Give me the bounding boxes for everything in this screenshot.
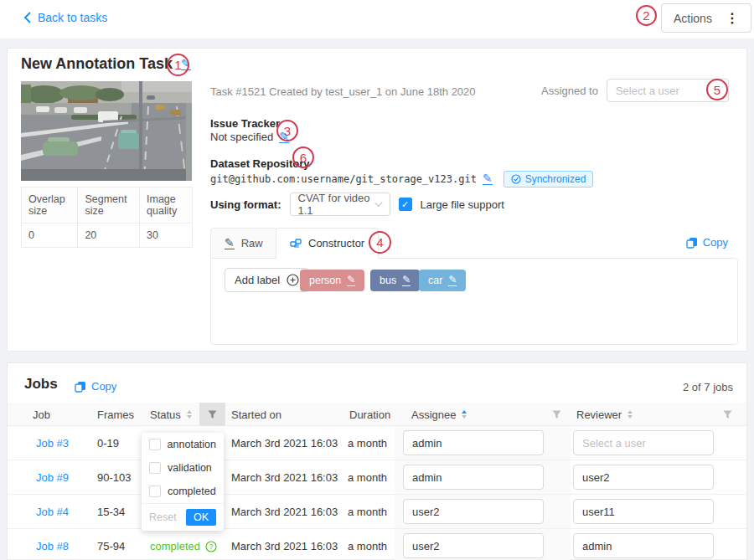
assigned-to-label: Assigned to (541, 85, 598, 97)
format-select[interactable]: CVAT for video 1.1 (290, 193, 390, 216)
job-link[interactable]: Job #3 (36, 426, 69, 460)
annotation-marker-3: 3 (276, 120, 298, 141)
tab-constructor-label: Constructor (308, 237, 364, 249)
filter-reset-button[interactable]: Reset (149, 511, 177, 523)
filter-option-label: completed (168, 486, 216, 497)
param-header-quality: Image quality (140, 188, 193, 223)
using-format-row: Using format: CVAT for video 1.1 ✓ Large… (210, 193, 504, 216)
reviewer-input[interactable] (573, 533, 714, 558)
jobs-table-header: Job Frames Status Started on Duration As… (8, 403, 746, 426)
duration-cell: a month (348, 426, 387, 460)
col-status-label: Status (150, 408, 181, 421)
reviewer-filter-button[interactable] (723, 403, 732, 426)
table-row: Job #8 75-94 completed ? March 3rd 2021 … (8, 529, 746, 560)
question-circle-icon[interactable]: ? (205, 541, 217, 552)
assignee-filter-button[interactable] (552, 403, 561, 426)
duration-cell: a month (348, 495, 387, 529)
filter-funnel-icon (552, 410, 561, 419)
job-link[interactable]: Job #9 (36, 460, 69, 495)
labels-constructor-panel: Add label person ✎ bus ✎ car ✎ (210, 258, 738, 345)
status-text: completed (150, 540, 200, 552)
duration-cell: a month (348, 460, 387, 495)
reviewer-input[interactable] (573, 430, 714, 455)
sync-badge-label: Synchronized (525, 173, 586, 185)
checkbox-icon[interactable] (149, 439, 161, 450)
assignee-input[interactable] (403, 465, 544, 490)
tab-raw-label: Raw (241, 237, 263, 249)
filter-option-validation[interactable]: validation (142, 456, 224, 480)
label-chip-person[interactable]: person ✎ (300, 270, 364, 291)
checkbox-icon[interactable] (149, 462, 161, 474)
annotation-marker-2: 2 (636, 5, 657, 26)
annotation-marker-5: 5 (706, 79, 728, 100)
page-title: New Annotation Task ✎ (21, 55, 191, 73)
tab-raw[interactable]: ✎ Raw (210, 228, 277, 259)
edit-repo-icon[interactable]: ✎ (483, 173, 493, 185)
back-to-tasks-link[interactable]: Back to tasks (23, 11, 107, 24)
annotation-marker-4: 4 (369, 231, 391, 254)
check-circle-icon (511, 174, 521, 184)
started-cell: March 3rd 2021 16:03 (231, 495, 338, 529)
reviewer-input[interactable] (573, 465, 714, 490)
dataset-repo-url[interactable]: git@github.com:username/git_storage_v123… (210, 173, 477, 185)
annotation-marker-6: 6 (292, 146, 314, 168)
started-cell: March 3rd 2021 16:03 (231, 426, 338, 460)
label-chip-car[interactable]: car ✎ (419, 270, 466, 291)
filter-footer: Reset OK (142, 503, 224, 531)
frames-cell: 90-103 (97, 460, 131, 495)
col-reviewer-sort[interactable]: Reviewer (576, 403, 633, 426)
col-assignee-label: Assignee (411, 408, 456, 421)
status-filter-dropdown: annotation validation completed Reset OK (142, 433, 224, 531)
jobs-count-text: 2 of 7 jobs (683, 381, 733, 393)
assignee-input[interactable] (403, 499, 544, 524)
issue-tracker-text: Not specified (210, 131, 273, 143)
sort-carets-icon (627, 410, 633, 419)
copy-jobs-button[interactable]: Copy (75, 380, 116, 393)
edit-label-icon[interactable]: ✎ (402, 275, 411, 286)
copy-labels-button[interactable]: Copy (686, 236, 728, 249)
label-chip-text: car (428, 275, 442, 286)
sort-carets-icon (462, 410, 467, 419)
label-chip-text: bus (380, 275, 396, 286)
edit-label-icon[interactable]: ✎ (448, 275, 457, 286)
traffic-scene-graphic (21, 81, 192, 181)
sync-status-badge[interactable]: Synchronized (504, 171, 594, 188)
col-duration: Duration (349, 403, 390, 426)
status-cell: completed ? (150, 529, 217, 560)
filter-ok-button[interactable]: OK (186, 509, 216, 526)
dataset-repo-value: git@github.com:username/git_storage_v123… (210, 171, 593, 188)
jobs-title: Jobs (24, 376, 58, 393)
task-details-card: New Annotation Task ✎ (7, 48, 747, 352)
param-value-overlap: 0 (22, 223, 78, 248)
more-vertical-icon: ⋮ (726, 10, 739, 26)
filter-option-annotation[interactable]: annotation (142, 433, 224, 456)
pencil-icon: ✎ (225, 238, 235, 249)
svg-text:?: ? (209, 542, 214, 551)
actions-label: Actions (674, 12, 712, 25)
started-cell: March 3rd 2021 16:03 (231, 460, 338, 495)
add-label-button[interactable]: Add label (225, 268, 309, 292)
edit-label-icon[interactable]: ✎ (347, 275, 355, 286)
param-value-segment: 20 (78, 223, 140, 248)
job-link[interactable]: Job #8 (36, 529, 69, 560)
assignee-input[interactable] (403, 533, 544, 558)
filter-option-completed[interactable]: completed (142, 480, 224, 503)
block-build-icon (290, 238, 302, 249)
job-link[interactable]: Job #4 (36, 495, 69, 529)
label-chip-bus[interactable]: bus ✎ (370, 270, 420, 291)
reviewer-input[interactable] (573, 499, 714, 524)
col-assignee-sort[interactable]: Assignee (411, 403, 467, 426)
large-file-checkbox[interactable]: ✓ (399, 198, 412, 211)
col-status-sort[interactable]: Status (150, 403, 192, 426)
status-filter-button[interactable] (199, 403, 225, 426)
filter-funnel-icon (723, 410, 732, 419)
col-started: Started on (231, 403, 281, 426)
actions-button[interactable]: Actions ⋮ (661, 3, 751, 33)
issue-tracker-label: Issue Tracker (210, 117, 280, 130)
assignee-input[interactable] (403, 430, 544, 455)
checkbox-icon[interactable] (149, 486, 161, 497)
tab-constructor[interactable]: Constructor (276, 228, 379, 259)
format-selected-value: CVAT for video 1.1 (298, 192, 377, 217)
add-label-text: Add label (235, 274, 280, 286)
task-meta-text: Task #1521 Created by test_user_1 on Jun… (210, 85, 476, 98)
